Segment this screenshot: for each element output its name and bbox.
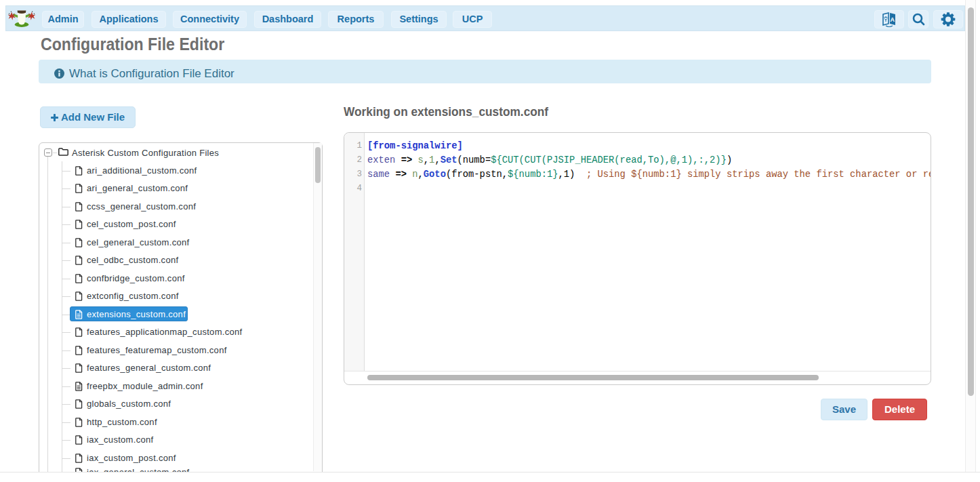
svg-text:A: A — [891, 16, 895, 23]
